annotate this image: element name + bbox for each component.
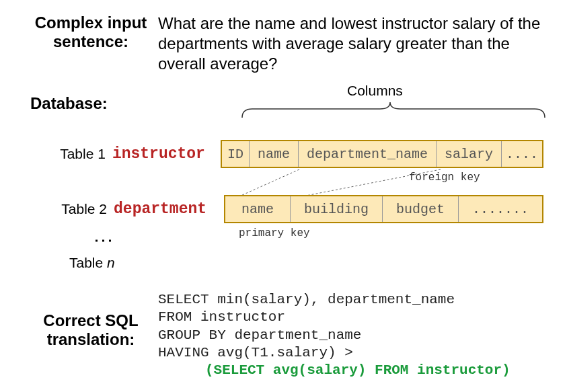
- sql-line3: GROUP BY department_name: [158, 327, 543, 344]
- table-label-2: Table 2: [24, 201, 114, 217]
- label-text: Complex input: [24, 13, 158, 32]
- table-n-var: n: [107, 255, 115, 270]
- sql-code-block: SELECT min(salary), department_nameFROM …: [158, 291, 543, 379]
- sql-label-line1: Correct SQL: [24, 311, 158, 330]
- fk-relation-lines: [239, 168, 447, 198]
- brace-icon: [235, 101, 552, 120]
- schema-instructor: ID name department_name salary ....: [221, 140, 543, 168]
- svg-line-1: [306, 169, 441, 196]
- label-text: sentence:: [24, 32, 158, 51]
- sql-label: Correct SQL translation:: [24, 291, 158, 349]
- col-more2: .......: [459, 196, 542, 222]
- col-id: ID: [222, 141, 250, 167]
- col-building: building: [291, 196, 383, 222]
- primary-key-label: primary key: [239, 227, 310, 239]
- col-budget: budget: [383, 196, 459, 222]
- sql-section: Correct SQL translation: SELECT min(sala…: [24, 291, 543, 379]
- input-sentence-section: Complex input sentence: What are the nam…: [24, 13, 543, 74]
- columns-header: Columns: [347, 83, 403, 99]
- sql-label-line2: translation:: [24, 330, 158, 349]
- table-name-department: department: [114, 200, 224, 218]
- col-salary: salary: [437, 141, 502, 167]
- sql-line2: FROM instructor: [158, 309, 543, 326]
- sql-line1: SELECT min(salary), department_name: [158, 291, 543, 309]
- sql-subquery: (SELECT avg(salary) FROM instructor): [158, 362, 543, 379]
- col-deptname: department_name: [299, 141, 437, 167]
- table-name-instructor: instructor: [112, 145, 221, 163]
- input-sentence-label: Complex input sentence:: [24, 13, 158, 51]
- schema-department: name building budget .......: [224, 195, 543, 223]
- vertical-dots-icon: ⋮: [101, 231, 106, 251]
- table-n-text: Table: [69, 255, 103, 270]
- table-label-1: Table 1: [24, 146, 112, 162]
- sql-line4: HAVING avg(T1.salary) >: [158, 344, 543, 362]
- table-row-1: Table 1 instructor ID name department_na…: [24, 140, 543, 168]
- svg-line-0: [241, 169, 299, 196]
- col-more: ....: [502, 141, 542, 167]
- table-n-label: Table n: [69, 255, 543, 271]
- database-section: Database: Columns Table 1 instructor ID …: [24, 94, 543, 271]
- col-name: name: [250, 141, 299, 167]
- input-question: What are the name and lowest instructor …: [158, 13, 543, 74]
- col-name2: name: [225, 196, 291, 222]
- table-row-2: Table 2 department name building budget …: [24, 195, 543, 223]
